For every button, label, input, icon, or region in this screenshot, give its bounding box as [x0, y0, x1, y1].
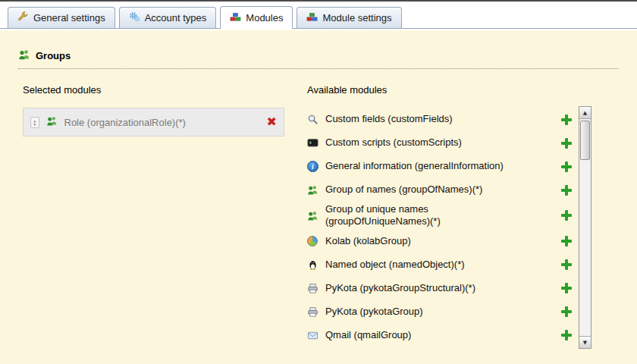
tab-label: Account types — [145, 12, 207, 24]
info-icon: i — [307, 161, 319, 172]
available-modules-column: Available modules Custom fields (customF… — [307, 84, 592, 349]
group-icon — [307, 210, 319, 221]
available-module-row: Kolab (kolabGroup) — [307, 230, 572, 253]
add-module-button[interactable] — [561, 330, 572, 340]
remove-module-button[interactable]: ✖ — [267, 116, 277, 128]
add-module-button[interactable] — [561, 306, 572, 317]
available-modules-heading: Available modules — [307, 84, 592, 96]
tab-bar: General settings Account types — [0, 2, 637, 29]
module-settings-icon — [306, 11, 318, 25]
wrench-icon — [17, 11, 29, 25]
modules-columns: Selected modules ↕ Role (organizationalR… — [0, 84, 637, 349]
lam-configuration-page: General settings Account types — [0, 0, 637, 364]
add-module-button[interactable] — [561, 138, 572, 149]
tab-modules[interactable]: Modules — [220, 6, 293, 29]
add-module-button[interactable] — [561, 185, 572, 196]
section-header-groups: Groups — [18, 49, 619, 69]
selected-module-row: ↕ Role (organizationalRole)(*) ✖ — [23, 108, 284, 136]
group-icon — [46, 115, 58, 130]
printer-icon — [307, 306, 319, 318]
add-module-button[interactable] — [561, 259, 572, 270]
available-module-label: PyKota (pykotaGroup) — [325, 306, 423, 318]
available-module-row: Custom scripts (customScripts) — [307, 131, 572, 155]
add-module-button[interactable] — [561, 115, 572, 125]
available-module-label: Kolab (kolabGroup) — [325, 235, 411, 247]
group-icon — [18, 49, 30, 63]
available-modules-scrollbar[interactable]: ▲ ▼ — [579, 106, 592, 349]
available-module-label: Named object (namedObject)(*) — [325, 259, 465, 271]
available-module-row: Custom fields (customFields) — [307, 108, 572, 131]
selected-modules-heading: Selected modules — [23, 84, 284, 96]
add-module-button[interactable] — [561, 210, 572, 221]
drag-handle-icon[interactable]: ↕ — [30, 117, 39, 128]
add-module-button[interactable] — [561, 162, 572, 172]
available-module-label: PyKota (pykotaGroupStructural)(*) — [325, 282, 475, 294]
selected-module-label: Role (organizationalRole)(*) — [64, 117, 260, 128]
tab-module-settings[interactable]: Module settings — [297, 7, 401, 28]
tab-label: Module settings — [322, 12, 391, 24]
available-module-label: General information (generalInformation) — [325, 160, 504, 172]
modules-panel: Groups Selected modules ↕ Ro — [0, 30, 637, 364]
modules-icon — [230, 11, 241, 25]
scroll-down-button[interactable]: ▼ — [579, 336, 591, 348]
selected-modules-column: Selected modules ↕ Role (organizationalR… — [23, 84, 284, 349]
available-module-row: i General information (generalInformatio… — [307, 155, 572, 178]
available-module-row: PyKota (pykotaGroupStructural)(*) — [307, 277, 572, 300]
penguin-icon — [307, 259, 319, 271]
available-module-row: Qmail (qmailGroup) — [307, 324, 572, 347]
scroll-up-button[interactable]: ▲ — [579, 107, 591, 119]
tab-label: Modules — [246, 12, 283, 24]
available-module-label: Group of unique names (groupOfUniqueName… — [325, 203, 529, 228]
printer-icon — [307, 283, 319, 294]
group-icon — [307, 184, 319, 196]
mail-icon — [307, 330, 319, 341]
available-module-row: Named object (namedObject)(*) — [307, 253, 572, 277]
available-module-label: Qmail (qmailGroup) — [325, 329, 411, 341]
available-module-row: PyKota (pykotaGroup) — [307, 300, 572, 324]
kolab-icon — [307, 236, 319, 246]
add-module-button[interactable] — [561, 283, 572, 293]
gears-icon — [129, 11, 140, 25]
available-module-row: Group of names (groupOfNames)(*) — [307, 178, 572, 202]
available-module-row: Group of unique names (groupOfUniqueName… — [307, 202, 572, 230]
tab-general-settings[interactable]: General settings — [8, 7, 115, 28]
terminal-icon — [307, 137, 319, 149]
tab-label: General settings — [33, 12, 105, 24]
available-modules-list: Custom fields (customFields) Custom scri… — [307, 108, 592, 349]
available-module-label: Group of names (groupOfNames)(*) — [325, 184, 482, 196]
section-title: Groups — [36, 50, 71, 61]
magnifier-icon — [307, 114, 319, 125]
scrollbar-thumb[interactable] — [580, 121, 590, 160]
add-module-button[interactable] — [561, 236, 572, 246]
available-module-label: Custom scripts (customScripts) — [325, 136, 462, 149]
available-module-label: Custom fields (customFields) — [325, 113, 453, 125]
tab-account-types[interactable]: Account types — [119, 7, 217, 28]
